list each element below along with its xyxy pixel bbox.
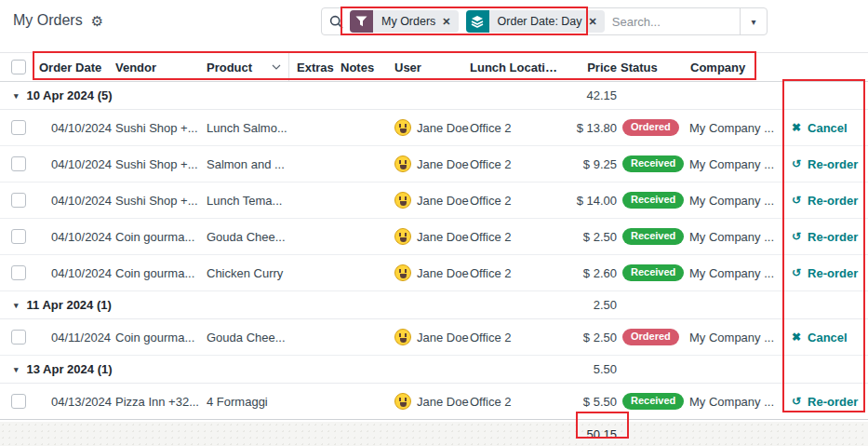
group-subtotal: 42.15 — [558, 88, 617, 102]
filter-icon — [350, 10, 373, 33]
cell-order-date: 04/13/2024 — [39, 395, 115, 409]
cell-vendor: Sushi Shop +... — [115, 121, 207, 135]
reorder-button[interactable]: ↺Re-order — [782, 266, 858, 280]
row-checkbox[interactable] — [11, 330, 26, 345]
cell-product: Lunch Tema... — [207, 194, 289, 208]
table-row[interactable]: 04/10/2024 Coin gourma... Gouda Chee... … — [0, 219, 868, 255]
cell-lunch-location: Office 2 — [470, 230, 558, 244]
gear-icon[interactable]: ⚙ — [91, 14, 103, 28]
col-header-lunch-location[interactable]: Lunch Location — [470, 61, 558, 74]
cancel-icon: ✖ — [792, 331, 801, 344]
table-row[interactable]: 04/10/2024 Sushi Shop +... Lunch Tema...… — [0, 182, 868, 219]
search-options-toggle[interactable]: ▾ — [740, 8, 767, 34]
action-label: Re-order — [808, 194, 858, 208]
facet-my-orders[interactable]: My Orders ✕ — [350, 10, 459, 33]
user-avatar — [394, 228, 411, 245]
group-row[interactable]: ▾11 Apr 2024 (1) 2.50 — [0, 291, 868, 319]
row-checkbox[interactable] — [11, 394, 26, 409]
table-row[interactable]: 04/10/2024 Sushi Shop +... Lunch Salmo..… — [0, 110, 868, 146]
reorder-button[interactable]: ↺Re-order — [782, 157, 858, 171]
cell-lunch-location: Office 2 — [470, 266, 558, 280]
table-header-row: Order Date Vendor Product Extras Notes U… — [0, 52, 868, 82]
cancel-button[interactable]: ✖Cancel — [782, 121, 848, 135]
cell-vendor: Sushi Shop +... — [115, 157, 207, 171]
table-row[interactable]: 04/11/2024 Coin gourma... Gouda Chee... … — [0, 319, 868, 356]
group-subtotal: 5.50 — [558, 362, 617, 376]
page-title: My Orders — [13, 12, 83, 29]
cancel-button[interactable]: ✖Cancel — [782, 331, 848, 345]
col-header-user[interactable]: User — [394, 61, 470, 74]
cell-lunch-location: Office 2 — [470, 121, 558, 135]
facet-remove-icon[interactable]: ✕ — [589, 10, 605, 33]
col-header-notes[interactable]: Notes — [341, 61, 394, 74]
row-checkbox[interactable] — [11, 156, 26, 171]
group-row[interactable]: ▾13 Apr 2024 (1) 5.50 — [0, 356, 868, 384]
group-expand-arrow[interactable]: ▾ — [14, 91, 19, 101]
table-row[interactable]: 04/10/2024 Coin gourma... Chicken Curry … — [0, 255, 868, 291]
facet-label: Order Date: Day — [489, 10, 589, 33]
group-label: 10 Apr 2024 (5) — [27, 88, 113, 102]
search-bar[interactable]: My Orders ✕ Order Date: Day ✕ ▾ — [321, 7, 768, 35]
select-all-checkbox[interactable] — [11, 60, 26, 74]
reorder-button[interactable]: ↺Re-order — [782, 395, 858, 409]
cell-company: My Company ... — [689, 230, 782, 244]
reorder-icon: ↺ — [792, 194, 801, 207]
status-badge: Ordered — [622, 329, 679, 345]
table-footer: 50.15 — [0, 422, 868, 446]
status-badge: Received — [622, 228, 684, 245]
cell-company: My Company ... — [689, 194, 782, 208]
table-row[interactable]: 04/10/2024 Sushi Shop +... Salmon and ..… — [0, 146, 868, 182]
facet-order-date-day[interactable]: Order Date: Day ✕ — [466, 10, 605, 33]
col-header-company[interactable]: Company — [689, 61, 782, 74]
facet-label: My Orders — [373, 10, 442, 33]
row-checkbox[interactable] — [11, 265, 26, 280]
cell-price: $ 2.50 — [558, 230, 617, 244]
cell-product: Chicken Curry — [207, 266, 289, 280]
facet-remove-icon[interactable]: ✕ — [442, 10, 458, 33]
cell-product: Salmon and ... — [207, 157, 289, 171]
user-avatar — [394, 119, 411, 136]
col-header-extras[interactable]: Extras — [289, 61, 341, 74]
col-header-product[interactable]: Product — [207, 53, 289, 81]
footer-total: 50.15 — [558, 427, 617, 441]
group-expand-arrow[interactable]: ▾ — [14, 365, 19, 374]
reorder-icon: ↺ — [792, 157, 801, 170]
cell-product: Gouda Chee... — [207, 331, 289, 345]
row-checkbox[interactable] — [11, 193, 26, 208]
cell-order-date: 04/11/2024 — [39, 331, 115, 345]
reorder-icon: ↺ — [792, 395, 801, 408]
col-header-vendor[interactable]: Vendor — [115, 61, 207, 74]
cell-order-date: 04/10/2024 — [39, 157, 115, 171]
cell-lunch-location: Office 2 — [470, 194, 558, 208]
table-row[interactable]: 04/13/2024 Pizza Inn +32... 4 Formaggi J… — [0, 384, 868, 420]
user-avatar — [394, 329, 411, 345]
cell-order-date: 04/10/2024 — [39, 194, 115, 208]
cell-vendor: Coin gourma... — [115, 266, 207, 280]
cell-price: $ 13.80 — [558, 121, 617, 135]
reorder-icon: ↺ — [792, 266, 801, 279]
search-input[interactable] — [605, 15, 740, 29]
group-expand-arrow[interactable]: ▾ — [14, 301, 19, 310]
reorder-icon: ↺ — [792, 230, 801, 243]
cell-lunch-location: Office 2 — [470, 331, 558, 345]
action-label: Cancel — [808, 331, 848, 345]
cell-user: Jane Doe — [417, 230, 469, 244]
row-checkbox[interactable] — [11, 229, 26, 244]
row-checkbox[interactable] — [11, 120, 26, 135]
reorder-button[interactable]: ↺Re-order — [782, 194, 858, 208]
col-header-order-date[interactable]: Order Date — [39, 61, 115, 74]
cell-user: Jane Doe — [417, 395, 469, 409]
group-subtotal: 2.50 — [558, 298, 617, 312]
cell-company: My Company ... — [689, 121, 782, 135]
reorder-button[interactable]: ↺Re-order — [782, 230, 858, 244]
chevron-down-icon[interactable] — [272, 64, 281, 70]
lunch-my-orders-page: My Orders ⚙ My Orders ✕ Or — [0, 0, 868, 446]
cell-order-date: 04/10/2024 — [39, 266, 115, 280]
col-header-price[interactable]: Price — [558, 61, 617, 74]
cell-company: My Company ... — [689, 157, 782, 171]
col-header-status[interactable]: Status — [617, 61, 689, 74]
group-row[interactable]: ▾10 Apr 2024 (5) 42.15 — [0, 82, 868, 110]
cell-vendor: Coin gourma... — [115, 230, 207, 244]
cell-vendor: Sushi Shop +... — [115, 194, 207, 208]
cell-product: Gouda Chee... — [207, 230, 289, 244]
